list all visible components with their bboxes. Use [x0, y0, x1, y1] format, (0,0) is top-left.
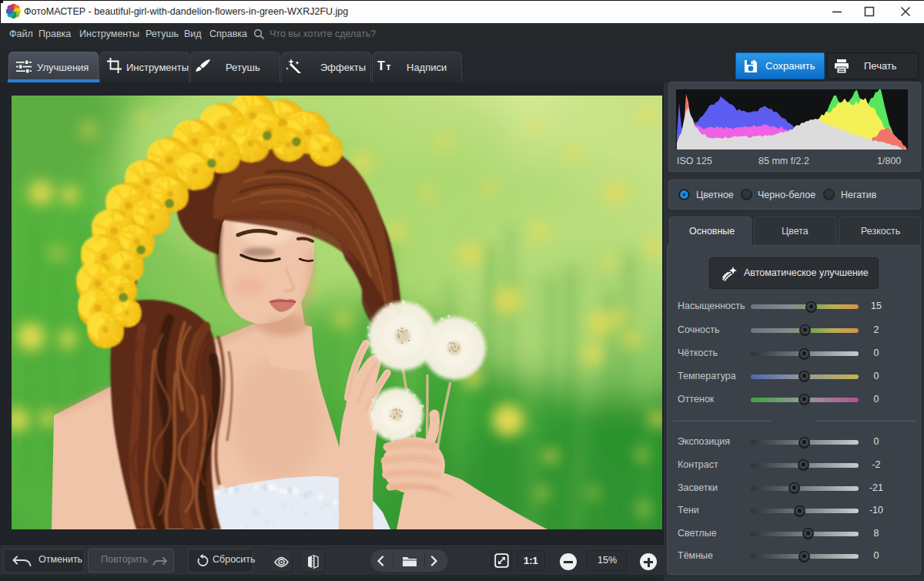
svg-text:T: T	[377, 59, 385, 72]
svg-text:т: т	[387, 62, 391, 72]
